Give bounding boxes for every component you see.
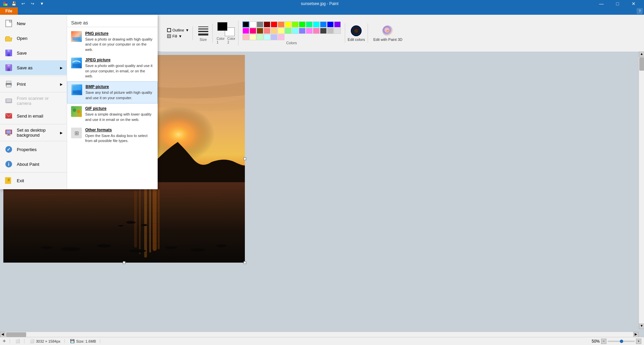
saveas-other[interactable]: ⊞ Other formats Open the Save As dialog … <box>67 125 158 146</box>
resize-handle-s[interactable] <box>123 261 125 264</box>
color-selector[interactable] <box>217 22 235 36</box>
scroll-track-h[interactable] <box>5 332 633 337</box>
fill-btn[interactable]: Fill ▼ <box>165 33 191 39</box>
svg-rect-18 <box>6 85 11 87</box>
menu-item-properties[interactable]: ✓ Properties <box>0 142 67 157</box>
undo-btn[interactable]: ↩ <box>19 0 27 7</box>
size-label: Size <box>200 38 207 42</box>
saveas-submenu: Save as PNG picture Save a photo or dr <box>67 15 158 189</box>
divider-3 <box>0 124 67 124</box>
swatch-maroon[interactable] <box>264 21 270 27</box>
dimensions-value: 3032 × 1584px <box>36 339 60 343</box>
menu-item-print[interactable]: Print ▶ <box>0 77 67 91</box>
swatch-lime[interactable] <box>292 21 299 27</box>
swatch-red[interactable] <box>271 21 277 27</box>
swatch-green[interactable] <box>299 21 306 27</box>
menu-item-open[interactable]: Open <box>0 31 67 46</box>
svg-rect-14 <box>7 68 10 71</box>
scroll-left-btn[interactable]: ◀ <box>0 332 5 337</box>
swatch-peach[interactable] <box>271 28 277 34</box>
menu-item-exit[interactable]: Exit <box>0 173 67 188</box>
svg-point-73 <box>118 225 123 227</box>
scroll-up-btn[interactable]: ▲ <box>639 52 644 57</box>
scroll-thumb-h[interactable] <box>6 332 26 337</box>
svg-rect-59 <box>149 186 151 253</box>
customize-btn[interactable]: ▼ <box>38 0 46 7</box>
menu-item-saveas[interactable]: Save as ▶ <box>0 60 67 75</box>
scroll-track-v[interactable] <box>639 57 644 71</box>
redo-btn[interactable]: ↪ <box>29 0 36 7</box>
save-quick-btn[interactable]: 💾 <box>10 0 17 7</box>
swatch-mint[interactable] <box>306 21 313 27</box>
resize-handle-se[interactable] <box>244 261 246 264</box>
swatch-blue[interactable] <box>327 21 334 27</box>
swatch-blush[interactable] <box>278 34 284 40</box>
scroll-thumb-v[interactable] <box>639 57 644 71</box>
swatch-orange[interactable] <box>278 21 284 27</box>
color-palette <box>243 21 341 40</box>
swatch-skyblue[interactable] <box>320 21 327 27</box>
help-btn[interactable]: ? <box>637 8 643 14</box>
menu-item-save[interactable]: Save <box>0 46 67 60</box>
edit-colors-btn[interactable]: Edit colors <box>345 23 368 43</box>
swatch-lightyellow[interactable] <box>278 28 284 34</box>
swatch-darkgray[interactable] <box>320 28 327 34</box>
swatch-violet[interactable] <box>334 21 341 27</box>
edit-paint3d-btn[interactable]: Edit with Paint 3D <box>369 23 407 43</box>
swatch-pink[interactable] <box>306 28 313 34</box>
menu-item-about[interactable]: i About Paint <box>0 157 67 171</box>
saveas-gif-text: GIF picture Save a simple drawing with l… <box>85 106 154 122</box>
maximize-btn[interactable]: □ <box>610 0 625 7</box>
menu-item-desktop[interactable]: Set as desktop background ▶ <box>0 125 67 140</box>
swatch-honeydew[interactable] <box>257 34 263 40</box>
horizontal-scrollbar[interactable]: ◀ ▶ <box>0 332 639 337</box>
swatch-silver[interactable] <box>327 28 334 34</box>
scroll-down-btn[interactable]: ▼ <box>639 324 644 329</box>
swatch-brown[interactable] <box>257 28 263 34</box>
swatch-magenta[interactable] <box>243 28 249 34</box>
color1-box[interactable] <box>217 22 227 31</box>
swatch-lightgray[interactable] <box>334 28 341 34</box>
saveas-bmp[interactable]: BMP picture Save any kind of picture wit… <box>67 81 158 104</box>
menu-item-email[interactable]: Send in email <box>0 109 67 123</box>
saveas-png[interactable]: PNG picture Save a photo or drawing with… <box>67 28 158 55</box>
swatch-lavender[interactable] <box>271 34 277 40</box>
vertical-scrollbar[interactable]: ▲ ▼ <box>639 52 644 329</box>
toolbar-area: New Open Save <box>0 15 644 52</box>
swatch-mistyrose[interactable] <box>243 34 249 40</box>
swatch-white[interactable] <box>250 21 256 27</box>
swatch-yellow[interactable] <box>285 21 291 27</box>
scroll-right-btn[interactable]: ▶ <box>633 332 639 337</box>
svg-rect-47 <box>167 28 171 32</box>
outline-btn[interactable]: Outline ▼ <box>165 27 191 33</box>
minimize-btn[interactable]: — <box>594 0 609 7</box>
saveas-jpeg[interactable]: JPEG picture Save a photo with good qual… <box>67 55 158 81</box>
menu-item-scanner: From scanner or camera <box>0 93 67 109</box>
selection-icon: ⬜ <box>15 339 20 343</box>
swatch-black[interactable] <box>243 21 249 27</box>
swatch-lightyellow2[interactable] <box>250 34 256 40</box>
saveas-other-text: Other formats Open the Save As dialog bo… <box>85 128 154 144</box>
resize-handle-e[interactable] <box>244 157 246 160</box>
svg-point-36 <box>76 33 79 37</box>
zoom-thumb[interactable] <box>620 340 623 343</box>
swatch-rose[interactable] <box>250 28 256 34</box>
swatch-lightcyan[interactable] <box>292 28 299 34</box>
swatch-gray[interactable] <box>257 21 263 27</box>
svg-text:✓: ✓ <box>7 147 11 152</box>
close-btn[interactable]: ✕ <box>626 0 641 7</box>
swatch-salmon[interactable] <box>264 28 270 34</box>
saveas-gif[interactable]: GIF picture Save a simple drawing with l… <box>67 104 158 125</box>
menu-item-new[interactable]: New <box>0 16 67 31</box>
file-tab[interactable]: File <box>0 7 18 15</box>
zoom-in-btn[interactable]: + <box>636 339 641 344</box>
zoom-out-btn[interactable]: − <box>601 339 606 344</box>
swatch-periwinkle[interactable] <box>299 28 306 34</box>
swatch-cyan[interactable] <box>313 21 320 27</box>
swatch-hotpink[interactable] <box>313 28 320 34</box>
zoom-slider[interactable] <box>608 341 635 342</box>
svg-point-72 <box>141 224 148 226</box>
size-2 <box>198 28 208 29</box>
swatch-lightgreen[interactable] <box>285 28 291 34</box>
swatch-lightcyan2[interactable] <box>264 34 270 40</box>
